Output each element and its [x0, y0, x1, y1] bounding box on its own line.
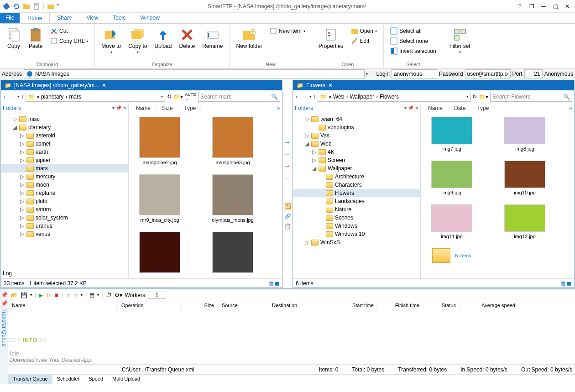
timer-icon[interactable]: ⏱: [106, 292, 112, 298]
refresh-icon[interactable]: ↻: [167, 94, 172, 100]
tree-node[interactable]: ▷solar_system: [1, 214, 128, 222]
link-icon[interactable]: 🔗: [284, 213, 291, 220]
invert-selection-button[interactable]: Invert selection: [388, 47, 438, 56]
play-icon[interactable]: ▶: [39, 292, 43, 298]
breadcrumb-left[interactable]: 📁« planetary›mars ▾: [26, 92, 165, 102]
copy-button[interactable]: Copy: [4, 26, 24, 61]
tree-node[interactable]: ▷WinSxS: [293, 238, 420, 246]
tree-node[interactable]: ▷earth: [1, 148, 128, 156]
col-name[interactable]: Name: [423, 105, 449, 111]
minimize-button[interactable]: —: [539, 3, 548, 10]
thumbnail[interactable]: mr9_inca_city.jpg: [132, 174, 187, 223]
queue-col[interactable]: Average speed: [460, 301, 519, 311]
tree-node[interactable]: ▷pluto: [1, 197, 128, 205]
stop-icon[interactable]: ⏹: [54, 292, 59, 298]
tree-controls[interactable]: ▾ 📌 ✕: [112, 105, 126, 110]
view-tab[interactable]: View: [79, 13, 105, 23]
tree-node[interactable]: ◢Wallpaper: [293, 164, 420, 172]
tree-node[interactable]: ▷misc: [1, 115, 128, 123]
copy-to-button[interactable]: Copy to▾: [125, 26, 150, 61]
refresh-icon[interactable]: ↻: [472, 94, 477, 100]
select-all-button[interactable]: Select all: [388, 26, 438, 36]
tree-node[interactable]: ◢Web: [293, 140, 420, 148]
up-button[interactable]: ↑: [313, 94, 316, 100]
search-left[interactable]: Search mars🔍: [198, 92, 280, 102]
thumbnail[interactable]: img8.jpg: [497, 117, 552, 152]
edit-button[interactable]: Edit: [349, 37, 379, 46]
tree-node[interactable]: ▷uranus: [1, 222, 128, 230]
queue-tab[interactable]: Transfer Queue: [8, 375, 52, 384]
tree-node[interactable]: mars: [1, 164, 128, 172]
rename-button[interactable]: Rename: [199, 26, 225, 61]
breadcrumb-right[interactable]: 📁« Web›Wallpaper›Flowers ▾: [318, 92, 470, 102]
col-more[interactable]: »: [277, 105, 280, 111]
clear-icon[interactable]: ⊘: [73, 292, 78, 298]
folder-icon[interactable]: [23, 3, 30, 10]
transfer-left-gray-icon[interactable]: ←: [284, 174, 291, 182]
tree-node[interactable]: Nature: [293, 205, 420, 214]
queue-col[interactable]: Operation: [118, 301, 182, 311]
select-none-button[interactable]: Select none: [388, 37, 438, 46]
col-type[interactable]: Type: [471, 105, 495, 111]
tree-node[interactable]: ▷asteroid: [1, 131, 128, 140]
queue-col[interactable]: Size: [182, 301, 218, 311]
compare-icon[interactable]: 📋: [284, 223, 291, 230]
thumbnail[interactable]: img10.jpg: [497, 161, 552, 195]
refresh-icon[interactable]: [13, 3, 20, 10]
tree-node[interactable]: Landscapes: [293, 197, 420, 205]
tree-node[interactable]: Architecture: [293, 172, 420, 181]
tree-node[interactable]: ▷4K: [293, 148, 420, 156]
queue-tab[interactable]: Multi Upload: [108, 375, 145, 384]
workers-input[interactable]: [148, 292, 166, 299]
queue-col[interactable]: Start time: [323, 301, 378, 311]
save-icon[interactable]: 💾: [21, 292, 27, 298]
window-tab[interactable]: Window: [133, 13, 167, 23]
folder-small-icon[interactable]: [47, 3, 54, 10]
tree-node[interactable]: ▷jupiter: [1, 156, 128, 164]
tree-controls[interactable]: ▾ 📌 ✕: [404, 105, 418, 110]
delete-icon[interactable]: ✕: [66, 292, 71, 298]
queue-col[interactable]: Status: [423, 301, 460, 311]
properties-button[interactable]: Properties: [316, 26, 346, 61]
password-input[interactable]: [465, 69, 511, 78]
new-folder-button[interactable]: ✦New folder: [233, 26, 265, 61]
copy-url-button[interactable]: Copy URL ▾: [48, 37, 90, 46]
address-input[interactable]: NASA Images: [24, 69, 365, 78]
tree-node[interactable]: ▷saturn: [1, 205, 128, 214]
log-label[interactable]: Log: [1, 268, 128, 278]
tree-node[interactable]: Windows 10: [293, 230, 420, 238]
close-tab-icon[interactable]: ✕: [102, 82, 106, 89]
login-input[interactable]: [392, 69, 437, 78]
col-name[interactable]: Name: [131, 105, 157, 111]
col-size[interactable]: Size: [157, 105, 178, 111]
thumbnail[interactable]: marsglobe2.jpg: [132, 117, 187, 165]
restore-down-button[interactable]: ❐: [528, 3, 536, 10]
tree-node[interactable]: ◢planetary: [1, 123, 128, 131]
tree-node[interactable]: ▷comet: [1, 140, 128, 148]
paste-button[interactable]: Paste: [26, 26, 46, 61]
upload-button[interactable]: Upload: [152, 26, 174, 61]
search-right[interactable]: Search Flowers🔍: [490, 92, 572, 102]
up-button[interactable]: ↑: [21, 94, 24, 100]
back-button[interactable]: ←: [3, 94, 8, 100]
tree-node[interactable]: Flowers: [293, 189, 420, 197]
home-tab[interactable]: Home: [20, 13, 50, 23]
thumbnail[interactable]: [132, 232, 187, 275]
tools-tab[interactable]: Tools: [105, 13, 133, 23]
transfer-right-icon[interactable]: →: [284, 138, 291, 146]
tree-node[interactable]: ▷venus: [1, 230, 128, 238]
open-icon[interactable]: 📂: [11, 292, 18, 298]
forward-button[interactable]: →: [302, 94, 308, 100]
open-button[interactable]: Open ▾: [349, 26, 379, 36]
settings-icon[interactable]: ⚙▾: [115, 292, 122, 298]
sort-icon[interactable]: AUTO↔: [185, 92, 196, 101]
share-tab[interactable]: Share: [50, 13, 79, 23]
file-menu[interactable]: File: [0, 13, 20, 23]
close-button[interactable]: ✕: [563, 3, 571, 10]
tree-node[interactable]: ▷Screen: [293, 156, 420, 164]
help-button[interactable]: ?: [516, 3, 524, 10]
thumbnail[interactable]: img7.jpg: [424, 117, 479, 152]
transfer-left-icon[interactable]: ←: [284, 150, 291, 158]
go-icon[interactable]: ▸: [366, 72, 368, 76]
view-icon[interactable]: 📁▾: [173, 94, 183, 100]
